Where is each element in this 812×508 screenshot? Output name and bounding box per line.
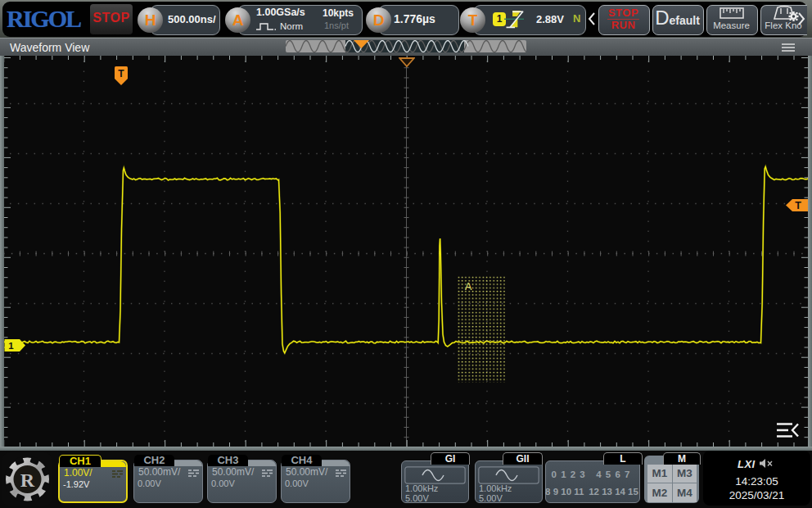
svg-text:T: T bbox=[795, 200, 801, 211]
svg-text:R: R bbox=[20, 469, 35, 491]
svg-text:T: T bbox=[118, 68, 124, 79]
svg-text:1: 1 bbox=[8, 340, 14, 350]
